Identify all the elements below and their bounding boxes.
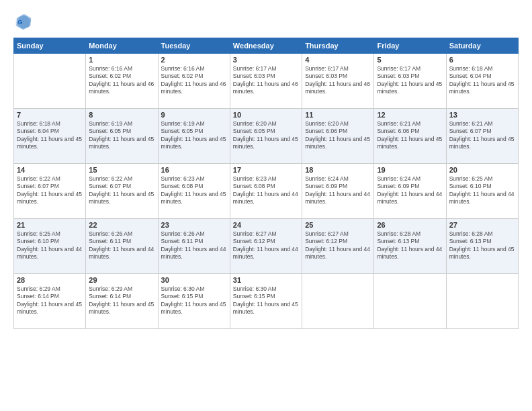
calendar-cell: 7Sunrise: 6:18 AMSunset: 6:04 PMDaylight…: [14, 109, 86, 164]
day-number: 29: [89, 276, 154, 284]
calendar-week-3: 14Sunrise: 6:22 AMSunset: 6:07 PMDayligh…: [14, 164, 519, 219]
day-detail: Sunrise: 6:24 AMSunset: 6:09 PMDaylight:…: [377, 175, 443, 206]
day-detail: Sunrise: 6:16 AMSunset: 6:02 PMDaylight:…: [89, 65, 154, 96]
day-number: 3: [233, 56, 299, 64]
day-number: 24: [233, 221, 299, 229]
day-number: 2: [161, 56, 227, 64]
day-detail: Sunrise: 6:22 AMSunset: 6:07 PMDaylight:…: [17, 175, 83, 206]
day-number: 26: [377, 221, 443, 229]
calendar-cell: 1Sunrise: 6:16 AMSunset: 6:02 PMDaylight…: [86, 54, 158, 109]
day-number: 18: [305, 166, 371, 174]
calendar-cell: 5Sunrise: 6:17 AMSunset: 6:03 PMDaylight…: [374, 54, 446, 109]
calendar-cell: 13Sunrise: 6:21 AMSunset: 6:07 PMDayligh…: [446, 109, 518, 164]
day-number: 10: [233, 111, 299, 119]
day-number: 28: [17, 276, 83, 284]
day-number: 6: [449, 56, 515, 64]
calendar-cell: 3Sunrise: 6:17 AMSunset: 6:03 PMDaylight…: [230, 54, 302, 109]
day-detail: Sunrise: 6:30 AMSunset: 6:15 PMDaylight:…: [161, 285, 227, 316]
day-number: 25: [305, 221, 371, 229]
calendar-cell: 6Sunrise: 6:18 AMSunset: 6:04 PMDaylight…: [446, 54, 518, 109]
day-detail: Sunrise: 6:30 AMSunset: 6:15 PMDaylight:…: [233, 285, 299, 316]
column-header-tuesday: Tuesday: [158, 38, 230, 54]
day-number: 21: [17, 221, 83, 229]
logo-icon: G: [13, 12, 32, 31]
day-number: 4: [305, 56, 371, 64]
calendar-week-2: 7Sunrise: 6:18 AMSunset: 6:04 PMDaylight…: [14, 109, 519, 164]
calendar-cell: [14, 54, 86, 109]
calendar-cell: 28Sunrise: 6:29 AMSunset: 6:14 PMDayligh…: [14, 274, 86, 329]
day-number: 11: [305, 111, 371, 119]
calendar-cell: 21Sunrise: 6:25 AMSunset: 6:10 PMDayligh…: [14, 219, 86, 274]
day-number: 8: [89, 111, 154, 119]
day-detail: Sunrise: 6:23 AMSunset: 6:08 PMDaylight:…: [161, 175, 227, 206]
column-header-sunday: Sunday: [14, 38, 86, 54]
calendar-cell: 22Sunrise: 6:26 AMSunset: 6:11 PMDayligh…: [86, 219, 158, 274]
calendar-table: SundayMondayTuesdayWednesdayThursdayFrid…: [13, 38, 519, 329]
day-number: 5: [377, 56, 443, 64]
day-detail: Sunrise: 6:27 AMSunset: 6:12 PMDaylight:…: [305, 230, 371, 261]
calendar-cell: 10Sunrise: 6:20 AMSunset: 6:05 PMDayligh…: [230, 109, 302, 164]
calendar-week-5: 28Sunrise: 6:29 AMSunset: 6:14 PMDayligh…: [14, 274, 519, 329]
day-detail: Sunrise: 6:29 AMSunset: 6:14 PMDaylight:…: [17, 285, 83, 316]
calendar-header: SundayMondayTuesdayWednesdayThursdayFrid…: [14, 38, 519, 54]
calendar-cell: [374, 274, 446, 329]
calendar-cell: 27Sunrise: 6:28 AMSunset: 6:13 PMDayligh…: [446, 219, 518, 274]
day-number: 13: [449, 111, 515, 119]
day-detail: Sunrise: 6:28 AMSunset: 6:13 PMDaylight:…: [377, 230, 443, 261]
day-detail: Sunrise: 6:23 AMSunset: 6:08 PMDaylight:…: [233, 175, 299, 206]
page: G SundayMondayTuesdayWednesdayThursdayFr…: [0, 0, 532, 411]
calendar-cell: [446, 274, 518, 329]
day-detail: Sunrise: 6:26 AMSunset: 6:11 PMDaylight:…: [161, 230, 227, 261]
column-header-saturday: Saturday: [446, 38, 518, 54]
calendar-cell: 19Sunrise: 6:24 AMSunset: 6:09 PMDayligh…: [374, 164, 446, 219]
calendar-cell: 15Sunrise: 6:22 AMSunset: 6:07 PMDayligh…: [86, 164, 158, 219]
calendar-cell: 16Sunrise: 6:23 AMSunset: 6:08 PMDayligh…: [158, 164, 230, 219]
calendar-cell: 26Sunrise: 6:28 AMSunset: 6:13 PMDayligh…: [374, 219, 446, 274]
calendar-cell: 14Sunrise: 6:22 AMSunset: 6:07 PMDayligh…: [14, 164, 86, 219]
calendar-cell: 2Sunrise: 6:16 AMSunset: 6:02 PMDaylight…: [158, 54, 230, 109]
day-detail: Sunrise: 6:17 AMSunset: 6:03 PMDaylight:…: [377, 65, 443, 96]
day-detail: Sunrise: 6:21 AMSunset: 6:06 PMDaylight:…: [377, 120, 443, 151]
day-number: 17: [233, 166, 299, 174]
day-detail: Sunrise: 6:27 AMSunset: 6:12 PMDaylight:…: [233, 230, 299, 261]
day-number: 12: [377, 111, 443, 119]
day-detail: Sunrise: 6:21 AMSunset: 6:07 PMDaylight:…: [449, 120, 515, 151]
day-detail: Sunrise: 6:25 AMSunset: 6:10 PMDaylight:…: [449, 175, 515, 206]
day-detail: Sunrise: 6:18 AMSunset: 6:04 PMDaylight:…: [449, 65, 515, 96]
calendar-cell: 24Sunrise: 6:27 AMSunset: 6:12 PMDayligh…: [230, 219, 302, 274]
day-detail: Sunrise: 6:20 AMSunset: 6:05 PMDaylight:…: [233, 120, 299, 151]
calendar-cell: 4Sunrise: 6:17 AMSunset: 6:03 PMDaylight…: [302, 54, 374, 109]
day-detail: Sunrise: 6:25 AMSunset: 6:10 PMDaylight:…: [17, 230, 83, 261]
calendar-cell: 31Sunrise: 6:30 AMSunset: 6:15 PMDayligh…: [230, 274, 302, 329]
calendar-cell: [302, 274, 374, 329]
calendar-body: 1Sunrise: 6:16 AMSunset: 6:02 PMDaylight…: [14, 54, 519, 329]
calendar-cell: 29Sunrise: 6:29 AMSunset: 6:14 PMDayligh…: [86, 274, 158, 329]
calendar-week-4: 21Sunrise: 6:25 AMSunset: 6:10 PMDayligh…: [14, 219, 519, 274]
day-number: 20: [449, 166, 515, 174]
svg-text:G: G: [17, 18, 22, 26]
day-number: 7: [17, 111, 83, 119]
calendar-cell: 8Sunrise: 6:19 AMSunset: 6:05 PMDaylight…: [86, 109, 158, 164]
day-number: 16: [161, 166, 227, 174]
day-number: 19: [377, 166, 443, 174]
header-row: SundayMondayTuesdayWednesdayThursdayFrid…: [14, 38, 519, 54]
day-detail: Sunrise: 6:19 AMSunset: 6:05 PMDaylight:…: [161, 120, 227, 151]
calendar-cell: 17Sunrise: 6:23 AMSunset: 6:08 PMDayligh…: [230, 164, 302, 219]
day-detail: Sunrise: 6:19 AMSunset: 6:05 PMDaylight:…: [89, 120, 154, 151]
header: G: [13, 12, 519, 31]
day-detail: Sunrise: 6:18 AMSunset: 6:04 PMDaylight:…: [17, 120, 83, 151]
day-number: 15: [89, 166, 154, 174]
day-number: 27: [449, 221, 515, 229]
day-number: 31: [233, 276, 299, 284]
calendar-cell: 12Sunrise: 6:21 AMSunset: 6:06 PMDayligh…: [374, 109, 446, 164]
day-number: 30: [161, 276, 227, 284]
day-detail: Sunrise: 6:16 AMSunset: 6:02 PMDaylight:…: [161, 65, 227, 96]
column-header-wednesday: Wednesday: [230, 38, 302, 54]
day-number: 22: [89, 221, 154, 229]
day-number: 23: [161, 221, 227, 229]
day-detail: Sunrise: 6:17 AMSunset: 6:03 PMDaylight:…: [233, 65, 299, 96]
day-detail: Sunrise: 6:24 AMSunset: 6:09 PMDaylight:…: [305, 175, 371, 206]
calendar-cell: 9Sunrise: 6:19 AMSunset: 6:05 PMDaylight…: [158, 109, 230, 164]
day-number: 1: [89, 56, 154, 64]
calendar-cell: 25Sunrise: 6:27 AMSunset: 6:12 PMDayligh…: [302, 219, 374, 274]
